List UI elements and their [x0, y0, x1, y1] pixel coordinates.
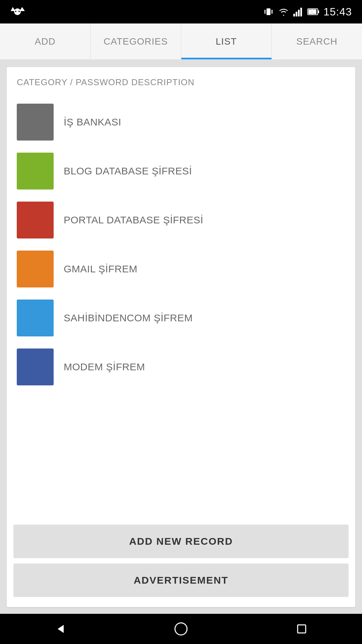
svg-point-3 [15, 11, 16, 12]
tab-bar: ADD CATEGORIES LIST SEARCH [0, 23, 362, 60]
svg-rect-11 [300, 8, 302, 16]
svg-marker-2 [19, 7, 25, 11]
app-icon [10, 4, 25, 19]
home-icon [174, 622, 188, 636]
svg-rect-20 [298, 625, 306, 633]
advertisement-button[interactable]: ADVERTISEMENT [13, 564, 349, 597]
list-item[interactable]: İŞ BANKASI [13, 98, 349, 147]
bottom-buttons: ADD NEW RECORD ADVERTISEMENT [13, 525, 349, 597]
item-label: MODEM ŞİFREM [64, 361, 145, 373]
card-header: CATEGORY / PASSWORD DESCRIPTION [13, 77, 349, 88]
status-bar-left [10, 4, 25, 19]
svg-marker-1 [11, 7, 15, 11]
svg-rect-9 [296, 12, 297, 16]
category-color-swatch [17, 251, 54, 287]
item-label: GMAIL ŞİFREM [64, 263, 137, 275]
svg-marker-18 [58, 625, 64, 633]
tab-search[interactable]: SEARCH [272, 23, 362, 59]
category-color-swatch [17, 202, 54, 238]
battery-icon [307, 7, 319, 16]
tab-categories[interactable]: CATEGORIES [90, 23, 181, 59]
wifi-icon [278, 7, 289, 16]
tab-add[interactable]: ADD [0, 23, 90, 59]
signal-icon [293, 7, 303, 16]
list-item[interactable]: PORTAL DATABASE ŞİFRESİ [13, 196, 349, 245]
item-label: PORTAL DATABASE ŞİFRESİ [64, 214, 203, 226]
password-list: İŞ BANKASI BLOG DATABASE ŞİFRESİ PORTAL … [13, 98, 349, 518]
svg-rect-10 [298, 10, 300, 16]
recents-button[interactable] [292, 619, 312, 639]
category-color-swatch [17, 348, 54, 385]
tab-list[interactable]: LIST [181, 23, 272, 59]
vibrate-icon [263, 6, 274, 17]
svg-point-4 [18, 11, 20, 12]
back-button[interactable] [50, 619, 70, 639]
svg-point-0 [14, 8, 21, 15]
svg-rect-6 [264, 10, 265, 14]
status-bar-right: 15:43 [263, 6, 352, 18]
svg-point-19 [175, 623, 187, 635]
category-color-swatch [17, 153, 54, 190]
nav-bar [0, 614, 362, 644]
item-label: İŞ BANKASI [64, 116, 121, 128]
category-color-swatch [17, 300, 54, 336]
svg-rect-13 [318, 10, 319, 13]
status-bar: 15:43 [0, 0, 362, 23]
list-item[interactable]: BLOG DATABASE ŞİFRESİ [13, 147, 349, 196]
svg-rect-8 [293, 14, 295, 16]
main-content: CATEGORY / PASSWORD DESCRIPTION İŞ BANKA… [0, 60, 362, 614]
svg-rect-7 [272, 10, 273, 14]
recents-icon [295, 622, 308, 636]
item-label: BLOG DATABASE ŞİFRESİ [64, 165, 192, 177]
add-new-record-button[interactable]: ADD NEW RECORD [13, 525, 349, 558]
category-color-swatch [17, 104, 54, 141]
svg-rect-5 [266, 8, 270, 15]
content-card: CATEGORY / PASSWORD DESCRIPTION İŞ BANKA… [7, 67, 355, 607]
status-time: 15:43 [323, 6, 352, 18]
item-label: SAHİBİNDENCOM ŞİFREM [64, 312, 193, 324]
list-item[interactable]: SAHİBİNDENCOM ŞİFREM [13, 293, 349, 342]
list-item[interactable]: MODEM ŞİFREM [13, 342, 349, 391]
back-icon [54, 622, 67, 636]
list-item[interactable]: GMAIL ŞİFREM [13, 245, 349, 293]
home-button[interactable] [171, 619, 191, 639]
